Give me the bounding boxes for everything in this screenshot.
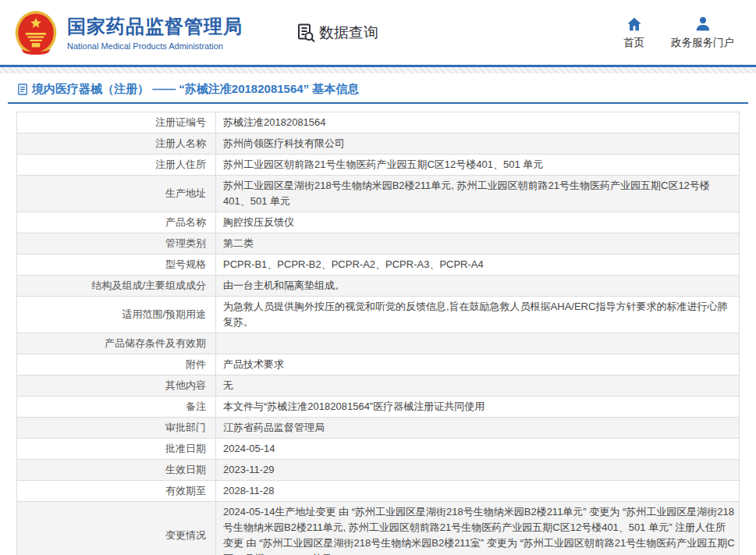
- row-value: 无: [216, 375, 740, 397]
- row-value: 产品技术要求: [216, 354, 740, 375]
- data-query-label: 数据查询: [319, 23, 378, 43]
- row-value: 苏州尚领医疗科技有限公司: [216, 133, 740, 155]
- data-query-nav[interactable]: 数据查询: [296, 23, 378, 43]
- row-value: 苏州工业园区朝前路21号生物医药产业园五期C区12号楼401、501 单元: [216, 155, 740, 176]
- table-row: 产品名称 胸腔按压反馈仪: [17, 212, 740, 233]
- document-icon: [17, 84, 28, 95]
- header-left: 国家药品监督管理局 National Medical Products Admi…: [14, 10, 378, 55]
- row-label: 生效日期: [17, 460, 216, 481]
- info-table: 注册证编号 苏械注准20182081564 注册人名称 苏州尚领医疗科技有限公司…: [16, 112, 740, 555]
- row-label: 产品储存条件及有效期: [17, 333, 216, 354]
- row-label: 附件: [17, 354, 216, 375]
- breadcrumb-title: 境内医疗器械（注册） —— “苏械注准20182081564” 基本信息: [8, 73, 748, 104]
- brand-name-en: National Medical Products Administration: [67, 41, 243, 51]
- home-nav[interactable]: 首页: [623, 16, 644, 50]
- row-value: 江苏省药品监督管理局: [216, 418, 740, 439]
- table-row: 生产地址 苏州工业园区星湖街218号生物纳米园B2楼211单元, 苏州工业园区朝…: [17, 176, 740, 212]
- row-label: 产品名称: [17, 212, 216, 233]
- gov-portal-nav[interactable]: 政务服务门户: [671, 16, 734, 50]
- table-row: 附件 产品技术要求: [17, 354, 740, 375]
- stripe-divider: [0, 67, 756, 73]
- table-row: 审批部门 江苏省药品监督管理局: [17, 418, 740, 439]
- row-value: 苏械注准20182081564: [216, 112, 740, 133]
- row-value: 第二类: [216, 233, 740, 254]
- table-row: 批准日期 2024-05-14: [17, 439, 740, 460]
- row-value: 本文件与“苏械注准20182081564”医疗器械注册证共同使用: [216, 397, 740, 418]
- row-value: 2023-11-29: [216, 460, 740, 481]
- row-label: 备注: [17, 397, 216, 418]
- row-label: 型号规格: [17, 254, 216, 276]
- brand-name-cn: 国家药品监督管理局: [67, 14, 243, 39]
- row-value: PCPR-B1、PCPR-B2、PCPR-A2、PCPR-A3、PCPR-A4: [216, 254, 740, 276]
- gov-portal-label: 政务服务门户: [671, 36, 734, 50]
- row-label: 其他内容: [17, 375, 216, 397]
- row-label: 变更情况: [17, 502, 216, 555]
- row-label: 审批部门: [17, 418, 216, 439]
- row-label: 有效期至: [17, 481, 216, 502]
- row-value: 胸腔按压反馈仪: [216, 212, 740, 233]
- page-title: 境内医疗器械（注册） —— “苏械注准20182081564” 基本信息: [32, 82, 359, 97]
- main-content: 境内医疗器械（注册） —— “苏械注准20182081564” 基本信息 注册证…: [8, 73, 748, 555]
- row-value: 为急救人员提供胸外按压的视觉和听觉的反馈信息,旨在鼓励急救人员根据AHA/ERC…: [216, 297, 740, 333]
- row-label: 适用范围/预期用途: [17, 297, 216, 333]
- row-value: 2024-05-14生产地址变更 由 “苏州工业园区星湖街218号生物纳米园B2…: [216, 502, 740, 555]
- user-icon: [694, 16, 712, 33]
- table-row: 注册证编号 苏械注准20182081564: [17, 112, 740, 133]
- row-label: 注册人住所: [17, 155, 216, 176]
- row-label: 注册证编号: [17, 112, 216, 133]
- row-label: 生产地址: [17, 176, 216, 212]
- row-label: 管理类别: [17, 233, 216, 254]
- table-row: 变更情况 2024-05-14生产地址变更 由 “苏州工业园区星湖街218号生物…: [17, 502, 740, 555]
- table-row: 型号规格 PCPR-B1、PCPR-B2、PCPR-A2、PCPR-A3、PCP…: [17, 254, 740, 276]
- site-header: 国家药品监督管理局 National Medical Products Admi…: [0, 0, 756, 67]
- row-value: [216, 333, 740, 354]
- table-row: 适用范围/预期用途 为急救人员提供胸外按压的视觉和听觉的反馈信息,旨在鼓励急救人…: [17, 297, 740, 333]
- row-value: 2028-11-28: [216, 481, 740, 502]
- home-icon: [626, 16, 643, 33]
- table-row: 有效期至 2028-11-28: [17, 481, 740, 502]
- header-right: 首页 政务服务门户: [623, 16, 734, 50]
- table-row: 产品储存条件及有效期: [17, 333, 740, 354]
- row-value: 苏州工业园区星湖街218号生物纳米园B2楼211单元, 苏州工业园区朝前路21号…: [216, 176, 740, 212]
- table-row: 注册人名称 苏州尚领医疗科技有限公司: [17, 133, 740, 155]
- row-label: 注册人名称: [17, 133, 216, 155]
- table-row: 结构及组成/主要组成成分 由一台主机和隔离垫组成。: [17, 276, 740, 297]
- row-label: 结构及组成/主要组成成分: [17, 276, 216, 297]
- table-row: 管理类别 第二类: [17, 233, 740, 254]
- table-row: 生效日期 2023-11-29: [17, 460, 740, 481]
- row-value: 由一台主机和隔离垫组成。: [216, 276, 740, 297]
- brand-block: 国家药品监督管理局 National Medical Products Admi…: [67, 14, 243, 51]
- row-value: 2024-05-14: [216, 439, 740, 460]
- table-row: 备注 本文件与“苏械注准20182081564”医疗器械注册证共同使用: [17, 397, 740, 418]
- table-row: 其他内容 无: [17, 375, 740, 397]
- home-label: 首页: [623, 36, 644, 50]
- table-row: 注册人住所 苏州工业园区朝前路21号生物医药产业园五期C区12号楼401、501…: [17, 155, 740, 176]
- document-search-icon: [296, 23, 316, 43]
- row-label: 批准日期: [17, 439, 216, 460]
- national-emblem-icon[interactable]: [14, 10, 58, 55]
